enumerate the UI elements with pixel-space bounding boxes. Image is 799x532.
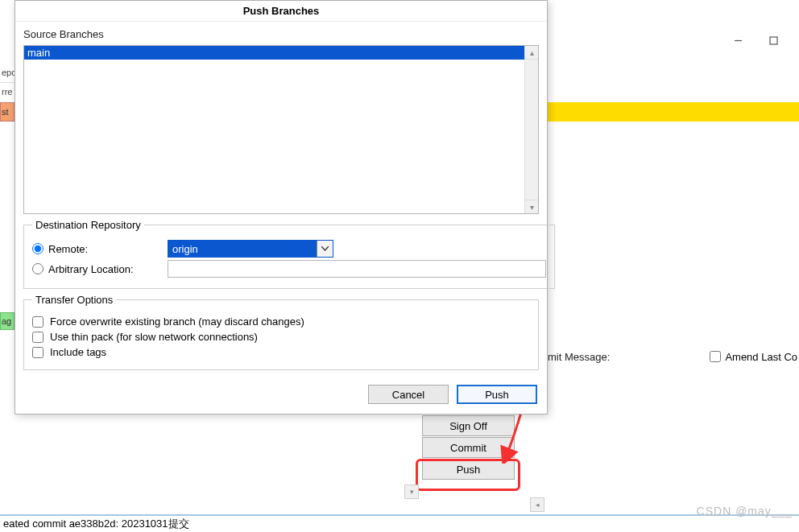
destination-repository-label: Destination Repository <box>32 219 144 231</box>
cancel-button[interactable]: Cancel <box>368 385 449 404</box>
source-branches-listbox[interactable]: main ▴ ▾ <box>23 45 539 214</box>
amend-checkbox-input[interactable] <box>710 351 721 362</box>
commit-side-buttons: Sign Off Commit Push <box>422 415 515 480</box>
bg-tag-orange: st <box>0 102 14 122</box>
listbox-scrollbar[interactable]: ▴ ▾ <box>524 46 538 213</box>
dialog-button-row: Cancel Push <box>15 378 547 414</box>
arbitrary-radio-input[interactable] <box>32 263 43 274</box>
bg-toolbar-fragment-1: epo <box>0 63 14 83</box>
bg-window-controls <box>549 28 799 52</box>
bg-tag-green: ag <box>0 312 14 330</box>
force-checkbox-input[interactable] <box>32 316 43 328</box>
minimize-icon[interactable] <box>732 35 743 46</box>
chevron-down-icon[interactable] <box>317 241 333 257</box>
status-bar: eated commit ae338b2d: 20231031提交 <box>0 514 799 532</box>
scroll-up-icon[interactable]: ▴ <box>525 46 538 60</box>
push-branches-dialog: Push Branches Source Branches main ▴ ▾ D… <box>14 0 548 414</box>
bg-commit-row: mit Message: Amend Last Co <box>548 348 799 365</box>
thin-checkbox-label: Use thin pack (for slow network connecti… <box>50 331 258 343</box>
commit-message-label: mit Message: <box>548 351 610 363</box>
push-button[interactable]: Push <box>457 385 537 404</box>
maximize-icon[interactable] <box>768 35 779 46</box>
arbitrary-radio[interactable]: Arbitrary Location: <box>32 263 161 275</box>
include-tags-checkbox[interactable]: Include tags <box>32 346 530 358</box>
tags-checkbox-label: Include tags <box>50 346 106 358</box>
commit-button[interactable]: Commit <box>422 437 515 458</box>
push-side-button[interactable]: Push <box>422 459 515 480</box>
svg-rect-1 <box>770 37 777 44</box>
amend-last-commit-checkbox[interactable]: Amend Last Co <box>710 351 797 363</box>
remote-radio[interactable]: Remote: <box>32 243 161 255</box>
scroll-corner-left[interactable]: ▾ <box>404 485 419 499</box>
dialog-title: Push Branches <box>15 1 547 22</box>
transfer-options-fieldset: Transfer Options Force overwrite existin… <box>23 294 539 370</box>
amend-label-text: Amend Last Co <box>725 351 797 363</box>
remote-radio-input[interactable] <box>32 243 43 254</box>
remote-combo-value: origin <box>168 243 317 255</box>
remote-radio-label: Remote: <box>48 243 88 255</box>
thin-checkbox-input[interactable] <box>32 332 43 343</box>
watermark: CSDN @may‗‗‗ <box>697 505 793 518</box>
scroll-down-icon[interactable]: ▾ <box>525 200 538 213</box>
source-branches-label: Source Branches <box>23 28 539 40</box>
list-item[interactable]: main <box>24 46 524 60</box>
destination-repository-fieldset: Destination Repository Remote: origin Ar… <box>23 219 555 289</box>
arbitrary-location-input[interactable] <box>168 260 546 278</box>
remote-combo[interactable]: origin <box>168 240 333 258</box>
tags-checkbox-input[interactable] <box>32 347 43 358</box>
sign-off-button[interactable]: Sign Off <box>422 415 515 436</box>
transfer-options-label: Transfer Options <box>32 294 116 306</box>
thin-pack-checkbox[interactable]: Use thin pack (for slow network connecti… <box>32 331 530 343</box>
force-overwrite-checkbox[interactable]: Force overwrite existing branch (may dis… <box>32 315 530 328</box>
force-checkbox-label: Force overwrite existing branch (may dis… <box>50 315 304 328</box>
scroll-corner-right[interactable]: ◂ <box>530 497 544 512</box>
arbitrary-radio-label: Arbitrary Location: <box>48 263 134 275</box>
bg-toolbar-fragment-2: rre <box>0 83 14 101</box>
